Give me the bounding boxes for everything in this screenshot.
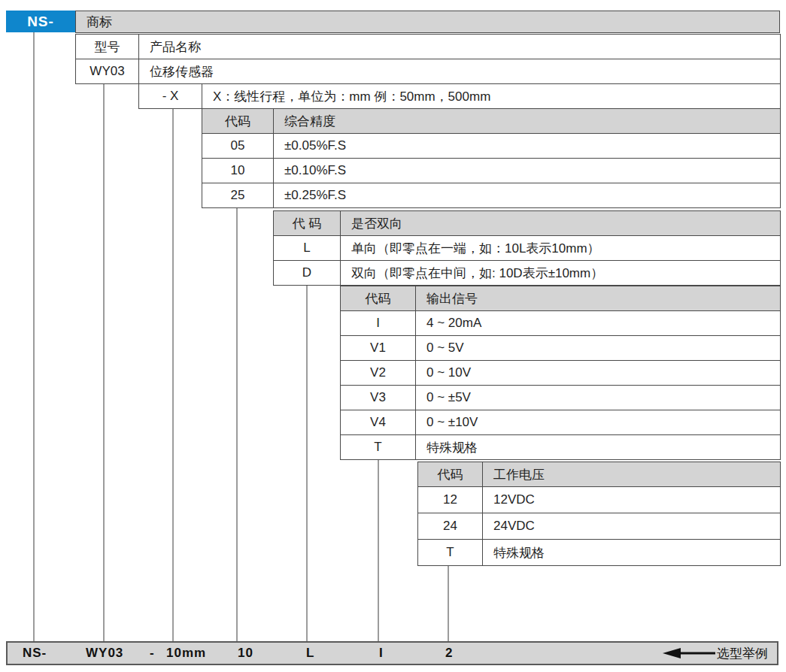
voltage-code: 24 xyxy=(418,513,483,540)
output-code-header: 代码 xyxy=(341,286,416,311)
voltage-code-header: 代码 xyxy=(418,462,483,487)
example-part-direction: L xyxy=(306,643,314,664)
accuracy-value: ±0.05%F.S xyxy=(274,134,781,159)
table-row: I 4 ~ 20mA xyxy=(341,311,781,336)
table-row: V1 0 ~ 5V xyxy=(341,336,781,361)
connector-line-voltage xyxy=(448,565,449,641)
brand-prefix-label: NS- xyxy=(27,14,54,30)
example-part-dash: - xyxy=(150,643,155,664)
connector-line-output xyxy=(378,459,379,641)
connector-line-direction xyxy=(306,285,308,641)
output-header-row: 代码 输出信号 xyxy=(341,286,781,311)
voltage-header-row: 代码 工作电压 xyxy=(418,462,781,487)
voltage-code: 12 xyxy=(418,487,483,513)
output-table: 代码 输出信号 I 4 ~ 20mA V1 0 ~ 5V V2 0 ~ 10V … xyxy=(340,286,781,460)
model-selection-diagram: NS- 商标 型号 产品名称 WY03 位移传感器 - X X：线性行程，单位为… xyxy=(0,0,786,672)
direction-header-row: 代 码 是否双向 xyxy=(274,211,781,236)
voltage-value: 24VDC xyxy=(483,513,781,540)
voltage-code: T xyxy=(418,540,483,566)
trademark-header: 商标 xyxy=(75,11,780,33)
model-col-header: 型号 xyxy=(76,35,139,59)
voltage-value: 12VDC xyxy=(483,487,781,513)
voltage-table: 代码 工作电压 12 12VDC 24 24VDC T 特殊规格 xyxy=(417,462,781,566)
connector-line-stroke xyxy=(172,108,174,641)
example-part-accuracy: 10 xyxy=(238,643,253,664)
direction-value: 单向（即零点在一端，如：10L表示10mm） xyxy=(341,236,781,261)
table-row: T 特殊规格 xyxy=(418,540,781,566)
output-value: 0 ~ ±10V xyxy=(416,410,781,435)
table-row: T 特殊规格 xyxy=(341,435,781,460)
product-name: 位移传感器 xyxy=(139,59,781,84)
voltage-value: 特殊规格 xyxy=(483,540,781,566)
model-table: 型号 产品名称 WY03 位移传感器 xyxy=(75,34,781,84)
output-value-header: 输出信号 xyxy=(416,286,781,311)
brand-prefix-box: NS- xyxy=(6,11,75,32)
stroke-description: X：线性行程，单位为：mm 例：50mm，500mm xyxy=(202,84,781,109)
accuracy-value-header: 综合精度 xyxy=(274,109,781,134)
output-value: 0 ~ 5V xyxy=(416,336,781,361)
direction-value-header: 是否双向 xyxy=(341,211,781,236)
output-value: 4 ~ 20mA xyxy=(416,311,781,336)
direction-code: D xyxy=(274,261,341,286)
product-name-col-header: 产品名称 xyxy=(139,35,781,59)
accuracy-value: ±0.25%F.S xyxy=(274,183,781,208)
example-part-prefix: NS- xyxy=(23,643,47,664)
accuracy-value: ±0.10%F.S xyxy=(274,159,781,183)
example-bar: NS- WY03 - 10mm 10 L I 2 选型举例 xyxy=(6,641,778,665)
connector-line-model xyxy=(103,83,105,641)
table-row: 25 ±0.25%F.S xyxy=(202,183,781,208)
table-row: 24 24VDC xyxy=(418,513,781,540)
arrow-left-icon xyxy=(663,648,715,658)
connector-line-brand xyxy=(33,32,35,641)
accuracy-code: 10 xyxy=(202,159,274,183)
table-row: V4 0 ~ ±10V xyxy=(341,410,781,435)
output-value: 0 ~ 10V xyxy=(416,361,781,386)
direction-code-header: 代 码 xyxy=(274,211,341,236)
table-row: V2 0 ~ 10V xyxy=(341,361,781,386)
table-row: V3 0 ~ ±5V xyxy=(341,386,781,410)
direction-value: 双向（即零点在中间，如: 10D表示±10mm） xyxy=(341,261,781,286)
example-part-output: I xyxy=(379,643,384,664)
stroke-row: - X X：线性行程，单位为：mm 例：50mm，500mm xyxy=(138,83,781,109)
accuracy-code-header: 代码 xyxy=(202,109,274,134)
accuracy-code: 25 xyxy=(202,183,274,208)
trademark-label: 商标 xyxy=(76,11,780,33)
output-code: V4 xyxy=(341,410,416,435)
example-part-voltage: 2 xyxy=(445,643,453,664)
output-value: 特殊规格 xyxy=(416,435,781,460)
table-row: D 双向（即零点在中间，如: 10D表示±10mm） xyxy=(274,261,781,286)
table-row: 10 ±0.10%F.S xyxy=(202,159,781,183)
output-code: V1 xyxy=(341,336,416,361)
model-code: WY03 xyxy=(76,59,139,84)
direction-table: 代 码 是否双向 L 单向（即零点在一端，如：10L表示10mm） D 双向（即… xyxy=(273,210,781,286)
accuracy-table: 代码 综合精度 05 ±0.05%F.S 10 ±0.10%F.S 25 ±0.… xyxy=(202,108,781,208)
example-part-stroke: 10mm xyxy=(166,643,206,664)
table-row: 12 12VDC xyxy=(418,487,781,513)
table-row: L 单向（即零点在一端，如：10L表示10mm） xyxy=(274,236,781,261)
accuracy-header-row: 代码 综合精度 xyxy=(202,109,781,134)
example-part-model: WY03 xyxy=(86,643,123,664)
model-table-header-row: 型号 产品名称 xyxy=(76,35,781,59)
output-code: I xyxy=(341,311,416,336)
voltage-value-header: 工作电压 xyxy=(483,462,781,487)
table-row: 05 ±0.05%F.S xyxy=(202,134,781,159)
output-code: T xyxy=(341,435,416,460)
stroke-code: - X xyxy=(139,84,202,109)
output-code: V2 xyxy=(341,361,416,386)
accuracy-code: 05 xyxy=(202,134,274,159)
connector-line-accuracy xyxy=(236,207,238,641)
output-code: V3 xyxy=(341,386,416,410)
example-legend: 选型举例 xyxy=(663,643,768,664)
direction-code: L xyxy=(274,236,341,261)
output-value: 0 ~ ±5V xyxy=(416,386,781,410)
example-legend-label: 选型举例 xyxy=(717,645,768,662)
model-table-row: WY03 位移传感器 xyxy=(76,59,781,84)
